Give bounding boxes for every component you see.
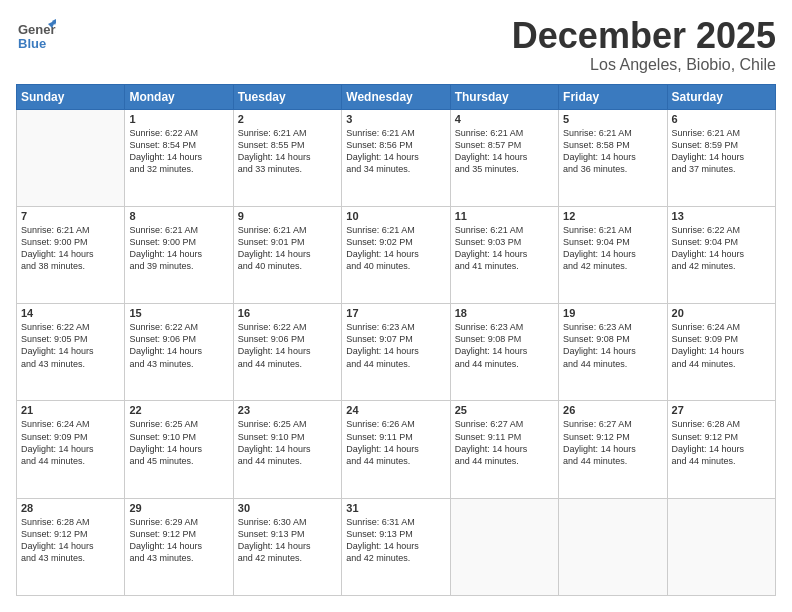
day-cell: 25Sunrise: 6:27 AM Sunset: 9:11 PM Dayli… xyxy=(450,401,558,498)
day-info: Sunrise: 6:21 AM Sunset: 9:01 PM Dayligh… xyxy=(238,224,337,273)
day-cell: 2Sunrise: 6:21 AM Sunset: 8:55 PM Daylig… xyxy=(233,109,341,206)
day-cell xyxy=(559,498,667,595)
day-number: 19 xyxy=(563,307,662,319)
day-cell: 28Sunrise: 6:28 AM Sunset: 9:12 PM Dayli… xyxy=(17,498,125,595)
day-cell: 18Sunrise: 6:23 AM Sunset: 9:08 PM Dayli… xyxy=(450,304,558,401)
day-number: 31 xyxy=(346,502,445,514)
week-row-1: 1Sunrise: 6:22 AM Sunset: 8:54 PM Daylig… xyxy=(17,109,776,206)
day-number: 21 xyxy=(21,404,120,416)
day-cell: 30Sunrise: 6:30 AM Sunset: 9:13 PM Dayli… xyxy=(233,498,341,595)
day-cell: 11Sunrise: 6:21 AM Sunset: 9:03 PM Dayli… xyxy=(450,206,558,303)
day-cell: 5Sunrise: 6:21 AM Sunset: 8:58 PM Daylig… xyxy=(559,109,667,206)
day-info: Sunrise: 6:21 AM Sunset: 9:03 PM Dayligh… xyxy=(455,224,554,273)
logo: General Blue xyxy=(16,16,56,56)
svg-text:Blue: Blue xyxy=(18,36,46,51)
day-number: 12 xyxy=(563,210,662,222)
day-number: 17 xyxy=(346,307,445,319)
day-header-wednesday: Wednesday xyxy=(342,84,450,109)
page: General Blue December 2025 Los Angeles, … xyxy=(0,0,792,612)
day-info: Sunrise: 6:24 AM Sunset: 9:09 PM Dayligh… xyxy=(21,418,120,467)
day-cell: 3Sunrise: 6:21 AM Sunset: 8:56 PM Daylig… xyxy=(342,109,450,206)
day-number: 15 xyxy=(129,307,228,319)
day-cell: 21Sunrise: 6:24 AM Sunset: 9:09 PM Dayli… xyxy=(17,401,125,498)
day-info: Sunrise: 6:25 AM Sunset: 9:10 PM Dayligh… xyxy=(129,418,228,467)
day-cell: 4Sunrise: 6:21 AM Sunset: 8:57 PM Daylig… xyxy=(450,109,558,206)
day-info: Sunrise: 6:21 AM Sunset: 9:04 PM Dayligh… xyxy=(563,224,662,273)
day-number: 11 xyxy=(455,210,554,222)
day-info: Sunrise: 6:21 AM Sunset: 9:02 PM Dayligh… xyxy=(346,224,445,273)
day-info: Sunrise: 6:23 AM Sunset: 9:08 PM Dayligh… xyxy=(563,321,662,370)
day-info: Sunrise: 6:22 AM Sunset: 9:05 PM Dayligh… xyxy=(21,321,120,370)
day-info: Sunrise: 6:30 AM Sunset: 9:13 PM Dayligh… xyxy=(238,516,337,565)
day-number: 26 xyxy=(563,404,662,416)
day-info: Sunrise: 6:26 AM Sunset: 9:11 PM Dayligh… xyxy=(346,418,445,467)
day-number: 4 xyxy=(455,113,554,125)
day-number: 13 xyxy=(672,210,771,222)
day-info: Sunrise: 6:21 AM Sunset: 9:00 PM Dayligh… xyxy=(129,224,228,273)
day-number: 20 xyxy=(672,307,771,319)
day-number: 7 xyxy=(21,210,120,222)
day-cell: 7Sunrise: 6:21 AM Sunset: 9:00 PM Daylig… xyxy=(17,206,125,303)
day-info: Sunrise: 6:27 AM Sunset: 9:12 PM Dayligh… xyxy=(563,418,662,467)
day-cell: 27Sunrise: 6:28 AM Sunset: 9:12 PM Dayli… xyxy=(667,401,775,498)
day-number: 25 xyxy=(455,404,554,416)
day-info: Sunrise: 6:28 AM Sunset: 9:12 PM Dayligh… xyxy=(21,516,120,565)
day-info: Sunrise: 6:23 AM Sunset: 9:07 PM Dayligh… xyxy=(346,321,445,370)
day-number: 22 xyxy=(129,404,228,416)
day-cell: 22Sunrise: 6:25 AM Sunset: 9:10 PM Dayli… xyxy=(125,401,233,498)
day-info: Sunrise: 6:21 AM Sunset: 8:55 PM Dayligh… xyxy=(238,127,337,176)
week-row-3: 14Sunrise: 6:22 AM Sunset: 9:05 PM Dayli… xyxy=(17,304,776,401)
day-number: 14 xyxy=(21,307,120,319)
day-cell: 17Sunrise: 6:23 AM Sunset: 9:07 PM Dayli… xyxy=(342,304,450,401)
day-info: Sunrise: 6:21 AM Sunset: 9:00 PM Dayligh… xyxy=(21,224,120,273)
month-title: December 2025 xyxy=(512,16,776,56)
day-header-saturday: Saturday xyxy=(667,84,775,109)
day-info: Sunrise: 6:25 AM Sunset: 9:10 PM Dayligh… xyxy=(238,418,337,467)
day-number: 8 xyxy=(129,210,228,222)
day-number: 10 xyxy=(346,210,445,222)
day-cell: 24Sunrise: 6:26 AM Sunset: 9:11 PM Dayli… xyxy=(342,401,450,498)
day-number: 29 xyxy=(129,502,228,514)
day-info: Sunrise: 6:22 AM Sunset: 9:06 PM Dayligh… xyxy=(129,321,228,370)
day-cell xyxy=(667,498,775,595)
title-block: December 2025 Los Angeles, Biobio, Chile xyxy=(512,16,776,74)
day-cell: 14Sunrise: 6:22 AM Sunset: 9:05 PM Dayli… xyxy=(17,304,125,401)
day-info: Sunrise: 6:27 AM Sunset: 9:11 PM Dayligh… xyxy=(455,418,554,467)
day-info: Sunrise: 6:21 AM Sunset: 8:57 PM Dayligh… xyxy=(455,127,554,176)
day-cell: 12Sunrise: 6:21 AM Sunset: 9:04 PM Dayli… xyxy=(559,206,667,303)
day-cell: 15Sunrise: 6:22 AM Sunset: 9:06 PM Dayli… xyxy=(125,304,233,401)
week-row-4: 21Sunrise: 6:24 AM Sunset: 9:09 PM Dayli… xyxy=(17,401,776,498)
day-info: Sunrise: 6:22 AM Sunset: 9:04 PM Dayligh… xyxy=(672,224,771,273)
day-cell: 31Sunrise: 6:31 AM Sunset: 9:13 PM Dayli… xyxy=(342,498,450,595)
day-number: 23 xyxy=(238,404,337,416)
day-cell xyxy=(450,498,558,595)
day-cell: 20Sunrise: 6:24 AM Sunset: 9:09 PM Dayli… xyxy=(667,304,775,401)
day-info: Sunrise: 6:21 AM Sunset: 8:58 PM Dayligh… xyxy=(563,127,662,176)
day-info: Sunrise: 6:22 AM Sunset: 9:06 PM Dayligh… xyxy=(238,321,337,370)
header: General Blue December 2025 Los Angeles, … xyxy=(16,16,776,74)
day-cell: 9Sunrise: 6:21 AM Sunset: 9:01 PM Daylig… xyxy=(233,206,341,303)
day-cell: 19Sunrise: 6:23 AM Sunset: 9:08 PM Dayli… xyxy=(559,304,667,401)
week-row-5: 28Sunrise: 6:28 AM Sunset: 9:12 PM Dayli… xyxy=(17,498,776,595)
calendar-table: SundayMondayTuesdayWednesdayThursdayFrid… xyxy=(16,84,776,596)
day-header-thursday: Thursday xyxy=(450,84,558,109)
day-number: 18 xyxy=(455,307,554,319)
day-number: 6 xyxy=(672,113,771,125)
day-cell: 13Sunrise: 6:22 AM Sunset: 9:04 PM Dayli… xyxy=(667,206,775,303)
day-header-friday: Friday xyxy=(559,84,667,109)
day-info: Sunrise: 6:21 AM Sunset: 8:59 PM Dayligh… xyxy=(672,127,771,176)
day-cell: 10Sunrise: 6:21 AM Sunset: 9:02 PM Dayli… xyxy=(342,206,450,303)
day-info: Sunrise: 6:23 AM Sunset: 9:08 PM Dayligh… xyxy=(455,321,554,370)
day-cell: 29Sunrise: 6:29 AM Sunset: 9:12 PM Dayli… xyxy=(125,498,233,595)
day-number: 30 xyxy=(238,502,337,514)
day-header-sunday: Sunday xyxy=(17,84,125,109)
location: Los Angeles, Biobio, Chile xyxy=(512,56,776,74)
day-info: Sunrise: 6:22 AM Sunset: 8:54 PM Dayligh… xyxy=(129,127,228,176)
day-number: 27 xyxy=(672,404,771,416)
day-info: Sunrise: 6:31 AM Sunset: 9:13 PM Dayligh… xyxy=(346,516,445,565)
week-row-2: 7Sunrise: 6:21 AM Sunset: 9:00 PM Daylig… xyxy=(17,206,776,303)
day-cell: 26Sunrise: 6:27 AM Sunset: 9:12 PM Dayli… xyxy=(559,401,667,498)
day-number: 16 xyxy=(238,307,337,319)
day-info: Sunrise: 6:21 AM Sunset: 8:56 PM Dayligh… xyxy=(346,127,445,176)
day-number: 2 xyxy=(238,113,337,125)
